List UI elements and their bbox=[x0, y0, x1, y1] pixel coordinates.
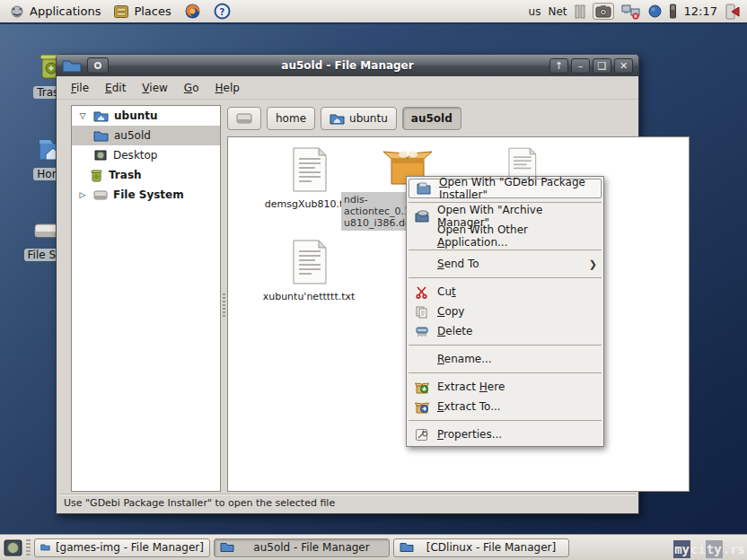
close-button[interactable]: ✕ bbox=[614, 58, 633, 74]
minimize-button[interactable]: – bbox=[571, 58, 590, 74]
titlebar[interactable]: au5old - File Manager ↑ – ❑ ✕ bbox=[57, 55, 638, 76]
text-file-icon bbox=[288, 146, 330, 193]
bluetooth-applet-icon[interactable] bbox=[648, 4, 662, 18]
gdebi-installer-icon bbox=[416, 181, 431, 197]
menu-separator bbox=[409, 249, 602, 250]
harddrive-icon bbox=[236, 112, 252, 125]
selected-file-label[interactable]: ndis- actiontec_0.16 u810_i386.deb bbox=[341, 192, 410, 231]
tasklist-grip[interactable] bbox=[26, 539, 31, 556]
path-button-ubuntu[interactable]: ubuntu bbox=[321, 107, 397, 130]
menu-separator bbox=[409, 420, 602, 421]
expander-open-icon[interactable]: ▽ bbox=[77, 111, 88, 120]
sidebar-tree: ▽ ubuntu au5old Desktop bbox=[71, 105, 221, 492]
firefox-launcher[interactable] bbox=[180, 1, 205, 22]
watermark: mycity.rs bbox=[673, 542, 745, 556]
path-button-home[interactable]: home bbox=[267, 107, 315, 130]
taskbar: [games-img - File Manager] au5old - File… bbox=[0, 534, 747, 560]
menu-item-cut[interactable]: Cut bbox=[408, 282, 602, 302]
home-folder-icon bbox=[330, 113, 345, 125]
desktop-icon bbox=[93, 149, 108, 162]
firefox-icon bbox=[184, 3, 201, 20]
menu-view[interactable]: View bbox=[135, 79, 174, 97]
home-folder-icon bbox=[93, 110, 109, 122]
splitter-grip bbox=[223, 293, 225, 317]
network-monitor-bars-icon[interactable] bbox=[575, 4, 585, 20]
help-launcher[interactable]: ? bbox=[210, 1, 234, 22]
keyboard-layout-indicator[interactable]: us bbox=[529, 5, 541, 18]
sidebar-item-ubuntu[interactable]: ▽ ubuntu bbox=[72, 106, 220, 126]
system-tray: us Net bbox=[529, 3, 742, 20]
sidebar-item-au5old[interactable]: au5old bbox=[72, 126, 220, 145]
menu-separator bbox=[409, 202, 602, 203]
menu-go[interactable]: Go bbox=[177, 79, 207, 97]
menu-item-open-other[interactable]: Open With Other Application... bbox=[408, 226, 602, 246]
expander-closed-icon[interactable]: ▷ bbox=[77, 190, 88, 199]
menu-item-rename[interactable]: Rename... bbox=[408, 349, 602, 369]
copy-icon bbox=[414, 304, 429, 319]
sidebar-item-filesystem[interactable]: ▷ File System bbox=[72, 185, 220, 205]
clock[interactable]: 12:17 bbox=[684, 4, 717, 18]
menu-item-open-gdebi[interactable]: Open With "GDebi Package Installer" bbox=[409, 179, 602, 198]
logout-icon[interactable] bbox=[725, 4, 742, 20]
menu-file[interactable]: File bbox=[64, 79, 96, 97]
context-menu: Open With "GDebi Package Installer" Open… bbox=[406, 176, 604, 447]
menu-item-send-to[interactable]: Send To ❯ bbox=[408, 254, 602, 274]
harddrive-icon bbox=[93, 189, 108, 201]
menu-separator bbox=[409, 277, 602, 278]
task-button-games-img[interactable]: [games-img - File Manager] bbox=[34, 538, 210, 557]
path-toolbar: home ubuntu au5old bbox=[227, 103, 461, 134]
top-panel: Applications Places ? us Net bbox=[0, 0, 747, 24]
network-monitor-label: Net bbox=[548, 5, 567, 18]
archive-manager-icon bbox=[414, 209, 429, 224]
window-stick-button[interactable] bbox=[87, 57, 109, 74]
delete-shredder-icon bbox=[414, 324, 429, 339]
folder-icon bbox=[93, 130, 109, 142]
shade-button[interactable]: ↑ bbox=[549, 58, 568, 74]
screenshot-tool-button[interactable] bbox=[593, 3, 614, 20]
menu-separator bbox=[409, 345, 602, 346]
path-button-current[interactable]: au5old bbox=[402, 107, 461, 130]
sidebar-item-trash[interactable]: Trash bbox=[72, 165, 220, 185]
network-offline-icon[interactable] bbox=[621, 4, 641, 20]
extract-here-icon bbox=[414, 380, 429, 395]
stick-ring-icon bbox=[94, 62, 101, 69]
places-menu[interactable]: Places bbox=[110, 3, 174, 21]
applications-menu-icon bbox=[9, 4, 25, 20]
menu-item-copy[interactable]: Copy bbox=[408, 302, 602, 321]
statusbar: Use "GDebi Package Installer" to open th… bbox=[59, 494, 636, 511]
task-button-au5old[interactable]: au5old - File Manager bbox=[214, 538, 390, 557]
text-file-icon bbox=[288, 239, 330, 285]
trash-icon bbox=[90, 169, 103, 182]
menubar: File Edit View Go Help bbox=[57, 76, 638, 100]
status-text: Use "GDebi Package Installer" to open th… bbox=[64, 497, 335, 509]
menu-help[interactable]: Help bbox=[207, 79, 246, 97]
properties-wrench-icon bbox=[414, 427, 429, 442]
folder-icon bbox=[400, 542, 414, 553]
camera-icon bbox=[595, 4, 611, 18]
help-icon: ? bbox=[214, 3, 231, 20]
file-name: xubuntu'nettttt.txt bbox=[259, 291, 358, 302]
extract-to-icon bbox=[414, 399, 429, 415]
menu-item-properties[interactable]: Properties... bbox=[408, 424, 602, 444]
menu-item-extract-here[interactable]: Extract Here bbox=[408, 377, 602, 397]
pane-splitter[interactable] bbox=[221, 105, 227, 492]
show-desktop-button[interactable] bbox=[4, 539, 22, 556]
sidebar-item-desktop[interactable]: Desktop bbox=[72, 145, 220, 165]
places-drawer-icon bbox=[113, 4, 129, 19]
menu-separator bbox=[409, 372, 602, 373]
maximize-button[interactable]: ❑ bbox=[593, 58, 611, 74]
submenu-arrow-icon: ❯ bbox=[589, 258, 597, 270]
desktop: Trash Home File Sys au5old - File Manage… bbox=[0, 0, 747, 560]
folder-icon bbox=[220, 542, 234, 553]
cut-scissors-icon bbox=[414, 284, 429, 300]
path-button-filesystem[interactable] bbox=[227, 107, 261, 130]
folder-icon bbox=[40, 542, 50, 553]
menu-item-delete[interactable]: Delete bbox=[408, 321, 602, 341]
menu-edit[interactable]: Edit bbox=[98, 79, 133, 97]
file-xubuntu-net[interactable]: xubuntu'nettttt.txt bbox=[259, 239, 358, 302]
battery-indicator-icon[interactable] bbox=[669, 3, 677, 20]
svg-text:?: ? bbox=[219, 7, 224, 17]
applications-menu[interactable]: Applications bbox=[5, 2, 104, 22]
menu-item-extract-to[interactable]: Extract To... bbox=[408, 397, 602, 416]
task-button-cdlinux[interactable]: [CDlinux - File Manager] bbox=[393, 538, 569, 557]
